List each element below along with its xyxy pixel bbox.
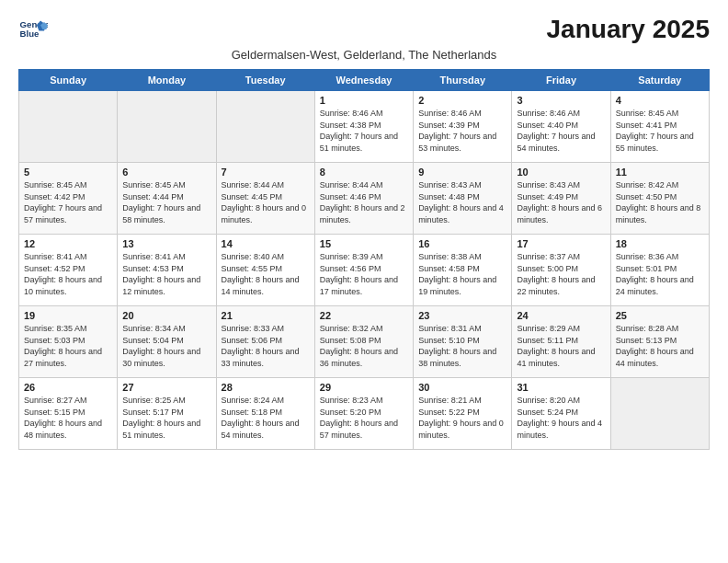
day-number: 8: [320, 167, 408, 178]
calendar-cell: 29Sunrise: 8:23 AMSunset: 5:20 PMDayligh…: [314, 378, 413, 450]
calendar-cell: 11Sunrise: 8:42 AMSunset: 4:50 PMDayligh…: [610, 163, 709, 235]
weekday-header-monday: Monday: [118, 70, 216, 91]
weekday-header-saturday: Saturday: [610, 70, 709, 91]
calendar-cell: 26Sunrise: 8:27 AMSunset: 5:15 PMDayligh…: [19, 378, 118, 450]
calendar-cell: [118, 91, 216, 163]
day-number: 15: [320, 238, 408, 249]
day-info: Sunrise: 8:23 AMSunset: 5:20 PMDaylight:…: [320, 395, 408, 441]
calendar-cell: 20Sunrise: 8:34 AMSunset: 5:04 PMDayligh…: [118, 306, 216, 378]
calendar-cell: 6Sunrise: 8:45 AMSunset: 4:44 PMDaylight…: [118, 163, 216, 235]
calendar-cell: 18Sunrise: 8:36 AMSunset: 5:01 PMDayligh…: [610, 235, 709, 306]
calendar-cell: 30Sunrise: 8:21 AMSunset: 5:22 PMDayligh…: [414, 378, 512, 450]
calendar-cell: [216, 91, 314, 163]
calendar-cell: 25Sunrise: 8:28 AMSunset: 5:13 PMDayligh…: [610, 306, 709, 378]
logo-icon: General Blue: [18, 15, 48, 44]
day-info: Sunrise: 8:21 AMSunset: 5:22 PMDaylight:…: [418, 395, 506, 441]
calendar-cell: 15Sunrise: 8:39 AMSunset: 4:56 PMDayligh…: [314, 235, 413, 306]
month-title: January 2025: [547, 15, 710, 44]
weekday-header-thursday: Thursday: [414, 70, 512, 91]
calendar-cell: 22Sunrise: 8:32 AMSunset: 5:08 PMDayligh…: [314, 306, 413, 378]
weekday-header-wednesday: Wednesday: [314, 70, 413, 91]
day-number: 6: [122, 167, 210, 178]
day-number: 16: [418, 238, 506, 249]
day-number: 1: [320, 95, 408, 106]
calendar-cell: 16Sunrise: 8:38 AMSunset: 4:58 PMDayligh…: [414, 235, 512, 306]
day-info: Sunrise: 8:33 AMSunset: 5:06 PMDaylight:…: [222, 323, 310, 369]
day-info: Sunrise: 8:44 AMSunset: 4:46 PMDaylight:…: [320, 179, 408, 225]
day-number: 7: [222, 167, 310, 178]
calendar-cell: [610, 378, 709, 450]
day-info: Sunrise: 8:32 AMSunset: 5:08 PMDaylight:…: [320, 323, 408, 369]
day-number: 4: [616, 95, 704, 106]
calendar-cell: 3Sunrise: 8:46 AMSunset: 4:40 PMDaylight…: [512, 91, 610, 163]
day-info: Sunrise: 8:34 AMSunset: 5:04 PMDaylight:…: [122, 323, 210, 369]
weekday-header-sunday: Sunday: [19, 70, 118, 91]
subtitle: Geldermalsen-West, Gelderland, The Nethe…: [18, 48, 710, 62]
day-number: 26: [24, 382, 112, 393]
calendar-cell: 10Sunrise: 8:43 AMSunset: 4:49 PMDayligh…: [512, 163, 610, 235]
calendar-cell: 14Sunrise: 8:40 AMSunset: 4:55 PMDayligh…: [216, 235, 314, 306]
day-info: Sunrise: 8:37 AMSunset: 5:00 PMDaylight:…: [517, 251, 605, 297]
day-number: 10: [517, 167, 605, 178]
day-info: Sunrise: 8:40 AMSunset: 4:55 PMDaylight:…: [222, 251, 310, 297]
calendar-cell: 5Sunrise: 8:45 AMSunset: 4:42 PMDaylight…: [19, 163, 118, 235]
day-number: 21: [222, 310, 310, 321]
day-info: Sunrise: 8:46 AMSunset: 4:39 PMDaylight:…: [418, 108, 506, 154]
calendar-cell: 17Sunrise: 8:37 AMSunset: 5:00 PMDayligh…: [512, 235, 610, 306]
calendar-cell: 12Sunrise: 8:41 AMSunset: 4:52 PMDayligh…: [19, 235, 118, 306]
calendar-cell: 21Sunrise: 8:33 AMSunset: 5:06 PMDayligh…: [216, 306, 314, 378]
day-number: 17: [517, 238, 605, 249]
day-info: Sunrise: 8:25 AMSunset: 5:17 PMDaylight:…: [122, 395, 210, 441]
day-number: 2: [418, 95, 506, 106]
day-number: 20: [122, 310, 210, 321]
day-info: Sunrise: 8:36 AMSunset: 5:01 PMDaylight:…: [616, 251, 704, 297]
day-number: 23: [418, 310, 506, 321]
day-number: 18: [616, 238, 704, 249]
day-number: 11: [616, 167, 704, 178]
day-info: Sunrise: 8:42 AMSunset: 4:50 PMDaylight:…: [616, 179, 704, 225]
day-number: 30: [418, 382, 506, 393]
day-info: Sunrise: 8:43 AMSunset: 4:48 PMDaylight:…: [418, 179, 506, 225]
day-info: Sunrise: 8:43 AMSunset: 4:49 PMDaylight:…: [517, 179, 605, 225]
day-number: 24: [517, 310, 605, 321]
calendar-cell: 28Sunrise: 8:24 AMSunset: 5:18 PMDayligh…: [216, 378, 314, 450]
day-number: 9: [418, 167, 506, 178]
weekday-header-tuesday: Tuesday: [216, 70, 314, 91]
day-info: Sunrise: 8:27 AMSunset: 5:15 PMDaylight:…: [24, 395, 112, 441]
calendar-cell: 19Sunrise: 8:35 AMSunset: 5:03 PMDayligh…: [19, 306, 118, 378]
day-number: 3: [517, 95, 605, 106]
day-info: Sunrise: 8:45 AMSunset: 4:42 PMDaylight:…: [24, 179, 112, 225]
day-info: Sunrise: 8:20 AMSunset: 5:24 PMDaylight:…: [517, 395, 605, 441]
day-number: 12: [24, 238, 112, 249]
calendar-cell: 4Sunrise: 8:45 AMSunset: 4:41 PMDaylight…: [610, 91, 709, 163]
logo: General Blue: [18, 15, 51, 44]
calendar-cell: 2Sunrise: 8:46 AMSunset: 4:39 PMDaylight…: [414, 91, 512, 163]
day-info: Sunrise: 8:46 AMSunset: 4:38 PMDaylight:…: [320, 108, 408, 154]
day-number: 22: [320, 310, 408, 321]
calendar-cell: 24Sunrise: 8:29 AMSunset: 5:11 PMDayligh…: [512, 306, 610, 378]
calendar-cell: 23Sunrise: 8:31 AMSunset: 5:10 PMDayligh…: [414, 306, 512, 378]
day-info: Sunrise: 8:46 AMSunset: 4:40 PMDaylight:…: [517, 108, 605, 154]
day-number: 25: [616, 310, 704, 321]
calendar-cell: 27Sunrise: 8:25 AMSunset: 5:17 PMDayligh…: [118, 378, 216, 450]
day-info: Sunrise: 8:29 AMSunset: 5:11 PMDaylight:…: [517, 323, 605, 369]
svg-text:Blue: Blue: [20, 29, 40, 39]
day-number: 14: [222, 238, 310, 249]
day-number: 29: [320, 382, 408, 393]
calendar-cell: 7Sunrise: 8:44 AMSunset: 4:45 PMDaylight…: [216, 163, 314, 235]
weekday-header-friday: Friday: [512, 70, 610, 91]
day-number: 28: [222, 382, 310, 393]
day-info: Sunrise: 8:41 AMSunset: 4:52 PMDaylight:…: [24, 251, 112, 297]
day-info: Sunrise: 8:28 AMSunset: 5:13 PMDaylight:…: [616, 323, 704, 369]
day-number: 5: [24, 167, 112, 178]
day-info: Sunrise: 8:44 AMSunset: 4:45 PMDaylight:…: [222, 179, 310, 225]
calendar-cell: 8Sunrise: 8:44 AMSunset: 4:46 PMDaylight…: [314, 163, 413, 235]
day-number: 27: [122, 382, 210, 393]
day-number: 19: [24, 310, 112, 321]
day-number: 13: [122, 238, 210, 249]
day-info: Sunrise: 8:31 AMSunset: 5:10 PMDaylight:…: [418, 323, 506, 369]
calendar-cell: 31Sunrise: 8:20 AMSunset: 5:24 PMDayligh…: [512, 378, 610, 450]
calendar-cell: 13Sunrise: 8:41 AMSunset: 4:53 PMDayligh…: [118, 235, 216, 306]
day-info: Sunrise: 8:41 AMSunset: 4:53 PMDaylight:…: [122, 251, 210, 297]
day-info: Sunrise: 8:24 AMSunset: 5:18 PMDaylight:…: [222, 395, 310, 441]
